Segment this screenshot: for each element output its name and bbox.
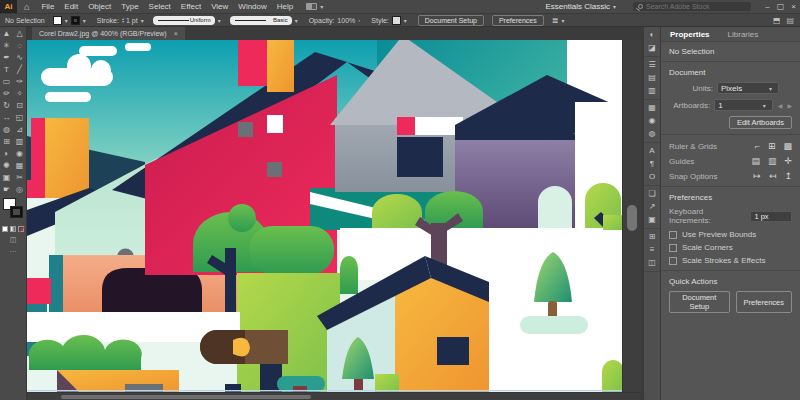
- brushes-panel-icon[interactable]: ◉: [644, 116, 660, 126]
- menu-item-file[interactable]: File: [36, 2, 59, 11]
- fill-swatch[interactable]: [53, 16, 62, 25]
- tab-libraries[interactable]: Libraries: [719, 30, 768, 39]
- guides-toggle-icon-2[interactable]: ▥: [768, 156, 777, 166]
- tool-eyedropper[interactable]: ◗: [0, 147, 13, 159]
- arrange-icon[interactable]: ⬒: [773, 16, 781, 25]
- menu-item-edit[interactable]: Edit: [59, 2, 83, 11]
- document-tab[interactable]: Corel Draw2.jpg @ 400% (RGB/Preview) ×: [32, 27, 185, 40]
- chevron-down-icon[interactable]: ▾: [610, 3, 619, 10]
- next-artboard-icon[interactable]: ▶: [787, 102, 792, 109]
- shape-properties-panel-icon[interactable]: ◐: [644, 30, 660, 40]
- tool-shape-builder[interactable]: ◍: [0, 123, 13, 135]
- document-setup-button[interactable]: Document Setup: [418, 15, 484, 26]
- keyboard-increments-input[interactable]: 1 px: [750, 211, 792, 222]
- tool-rectangle[interactable]: ▭: [0, 75, 13, 87]
- menu-item-type[interactable]: Type: [116, 2, 143, 11]
- align-options-icon[interactable]: ≣: [552, 16, 559, 25]
- export-panel-icon[interactable]: ↗: [644, 202, 660, 212]
- tool-blend[interactable]: ◉: [13, 147, 26, 159]
- tool-type[interactable]: T: [0, 63, 13, 75]
- guides-toggle-icon-3[interactable]: ✛: [784, 156, 792, 166]
- tool-selection[interactable]: ▲: [0, 27, 13, 39]
- vertical-scrollbar-thumb[interactable]: [627, 205, 637, 231]
- tool-paintbrush[interactable]: ✑: [13, 75, 26, 87]
- style-swatch[interactable]: [392, 16, 401, 25]
- snap-toggle-icon-3[interactable]: ↥: [784, 171, 792, 181]
- tool-direct-selection[interactable]: △: [13, 27, 26, 39]
- stock-search[interactable]: [633, 2, 751, 11]
- edit-artboards-button[interactable]: Edit Artboards: [729, 116, 792, 129]
- horizontal-scrollbar[interactable]: [27, 392, 641, 400]
- workspace-switcher-icon[interactable]: [306, 3, 317, 10]
- opacity-value[interactable]: 100%: [337, 17, 355, 24]
- color-mode-button[interactable]: [2, 226, 8, 232]
- menu-item-help[interactable]: Help: [272, 2, 298, 11]
- tool-line-segment[interactable]: ╱: [13, 63, 26, 75]
- tool-shaper[interactable]: ✧: [13, 87, 26, 99]
- tool-slice[interactable]: ✂: [13, 171, 26, 183]
- artboards-panel-panel-icon[interactable]: ▣: [644, 215, 660, 225]
- layers-panel-icon[interactable]: ❏: [644, 189, 660, 199]
- menu-item-object[interactable]: Object: [83, 2, 116, 11]
- drawing-modes-button[interactable]: ◫: [0, 236, 26, 244]
- tool-gradient[interactable]: ▥: [13, 135, 26, 147]
- chevron-down-icon[interactable]: ▾: [558, 17, 567, 24]
- close-button[interactable]: ×: [787, 2, 800, 11]
- opacity-flyout-icon[interactable]: ›: [355, 17, 363, 23]
- chevron-down-icon[interactable]: ▾: [62, 17, 71, 24]
- tool-rotate[interactable]: ↻: [0, 99, 13, 111]
- qa-document-setup-button[interactable]: Document Setup: [669, 291, 730, 313]
- app-logo[interactable]: Ai: [0, 0, 17, 13]
- tool-artboard[interactable]: ▣: [0, 171, 13, 183]
- tool-symbol-sprayer[interactable]: ✺: [0, 159, 13, 171]
- ruler-grid-toggle-icon-1[interactable]: ⌐: [755, 141, 760, 151]
- chevron-down-icon[interactable]: ▾: [292, 17, 301, 24]
- tab-properties[interactable]: Properties: [661, 30, 719, 39]
- guides-toggle-icon-1[interactable]: ▤: [751, 156, 760, 166]
- vertical-scrollbar[interactable]: [622, 40, 641, 392]
- adjustments-panel-icon[interactable]: ☰: [644, 60, 660, 70]
- checkbox-scale-strokes-effects[interactable]: [669, 257, 677, 265]
- none-mode-button[interactable]: [18, 226, 24, 232]
- gradient-mode-button[interactable]: [10, 226, 16, 232]
- minimize-button[interactable]: –: [761, 2, 774, 11]
- paragraph-panel-icon[interactable]: ¶: [644, 159, 660, 169]
- opentype-panel-icon[interactable]: O: [644, 172, 660, 182]
- align-panel-icon[interactable]: ≡: [644, 245, 660, 255]
- units-select[interactable]: Pixels ▾: [717, 82, 779, 94]
- pathfinder-panel-icon[interactable]: ◫: [644, 258, 660, 268]
- tool-zoom[interactable]: ◎: [13, 183, 26, 195]
- stroke-stepper[interactable]: ▴▾: [122, 17, 124, 23]
- tool-free-transform[interactable]: ◱: [13, 111, 26, 123]
- tool-column-graph[interactable]: ▦: [13, 159, 26, 171]
- gradient-panel-panel-icon[interactable]: ▥: [644, 86, 660, 96]
- stroke-weight-value[interactable]: 1 pt: [126, 17, 138, 24]
- canvas[interactable]: [27, 40, 622, 392]
- menu-item-view[interactable]: View: [206, 2, 233, 11]
- tool-curvature[interactable]: ∿: [13, 51, 26, 63]
- prev-artboard-icon[interactable]: ◀: [778, 102, 783, 109]
- artboards-select[interactable]: 1 ▾: [714, 99, 773, 111]
- snap-toggle-icon-2[interactable]: ↤: [769, 171, 777, 181]
- chevron-down-icon[interactable]: ▾: [401, 17, 410, 24]
- close-icon[interactable]: ×: [174, 30, 178, 37]
- snap-toggle-icon-1[interactable]: ↦: [753, 171, 761, 181]
- tool-width[interactable]: ↔: [0, 111, 13, 123]
- color-panel-icon[interactable]: ▤: [644, 73, 660, 83]
- preferences-button[interactable]: Preferences: [492, 15, 544, 26]
- chevron-down-icon[interactable]: ▾: [317, 3, 326, 10]
- menu-item-effect[interactable]: Effect: [176, 2, 206, 11]
- document-info-panel-icon[interactable]: ◪: [644, 43, 660, 53]
- ruler-grid-toggle-icon-3[interactable]: ▩: [783, 141, 792, 151]
- maximize-button[interactable]: ▢: [774, 2, 787, 11]
- chevron-down-icon[interactable]: ▾: [215, 17, 224, 24]
- ruler-grid-toggle-icon-2[interactable]: ⊞: [768, 141, 776, 151]
- menu-item-window[interactable]: Window: [233, 2, 271, 11]
- stroke-swatch[interactable]: [71, 16, 80, 25]
- width-profile-select[interactable]: Uniform: [153, 16, 215, 25]
- document-layout-icon[interactable]: ▤: [786, 16, 794, 25]
- tool-hand[interactable]: ☛: [0, 183, 13, 195]
- workspace-label[interactable]: Essentials Classic: [546, 2, 610, 11]
- checkbox-scale-corners[interactable]: [669, 244, 677, 252]
- character-panel-icon[interactable]: A: [644, 146, 660, 156]
